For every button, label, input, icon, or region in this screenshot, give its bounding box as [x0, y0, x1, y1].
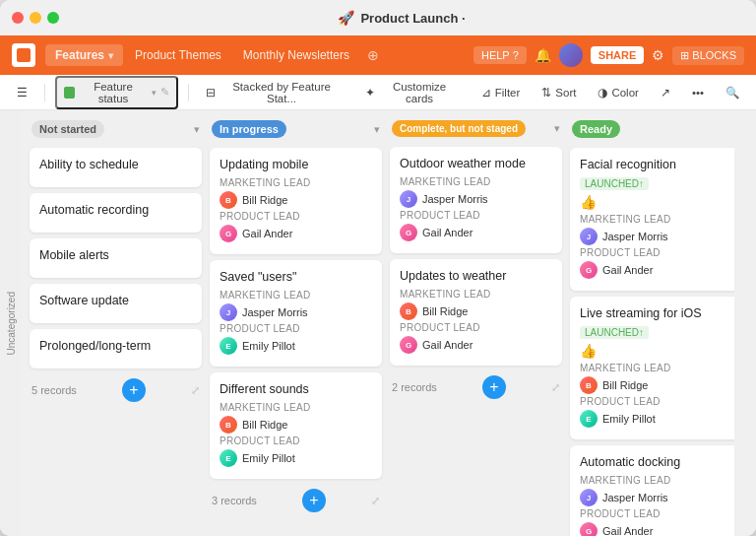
maximize-button[interactable] [47, 12, 59, 24]
card-title-live-streaming: Live streaming for iOS [580, 306, 732, 320]
meta-product-3: PRODUCT LEAD [220, 436, 372, 446]
filter-button[interactable]: ⊿ Filter [474, 83, 528, 102]
add-card-not-started[interactable]: + [122, 378, 146, 402]
stack-icon: ⊟ [206, 86, 216, 100]
meta-product-2: PRODUCT LEAD [220, 323, 372, 334]
card-outdoor-weather[interactable]: Outdoor weather mode MARKETING LEAD J Ja… [390, 147, 562, 253]
card-facial-recognition[interactable]: Facial recognition LAUNCHED↑ 👍 MARKETING… [570, 148, 734, 291]
records-count-in-progress: 3 records [212, 495, 257, 506]
name-jasper-2: Jasper Morris [422, 193, 488, 205]
bell-icon[interactable]: 🔔 [535, 47, 551, 63]
tab-monthly-newsletters[interactable]: Monthly Newsletters [233, 44, 359, 66]
share-view-button[interactable]: ↗ [654, 83, 677, 102]
toolbar: ☰ Feature status ▾ ✎ ⊟ Stacked by Featur… [0, 75, 756, 110]
meta-product-4: PRODUCT LEAD [400, 210, 552, 221]
minimize-button[interactable] [30, 12, 41, 24]
expand-icon-in-progress[interactable]: ⤢ [371, 495, 380, 507]
name-gail-5: Gail Ander [602, 525, 653, 536]
person-gail-2: G Gail Ander [400, 224, 552, 241]
window-title-area: 🚀 Product Launch · [59, 10, 744, 26]
help-button[interactable]: HELP ? [473, 46, 527, 64]
color-button[interactable]: ◑ Color [591, 83, 645, 102]
close-button[interactable] [12, 12, 24, 24]
stacked-button[interactable]: ⊟ Stacked by Feature Stat... [199, 78, 351, 107]
hamburger-button[interactable]: ☰ [10, 83, 34, 102]
meta-marketing-2: MARKETING LEAD [220, 290, 372, 301]
name-jasper-1: Jasper Morris [242, 306, 308, 318]
feature-status-button[interactable]: Feature status ▾ ✎ [55, 76, 178, 109]
card-title-auto-docking: Automatic docking [580, 455, 732, 469]
card-saved-users[interactable]: Saved "users" MARKETING LEAD J Jasper Mo… [210, 260, 382, 367]
avatar-gail-2: G [400, 224, 417, 241]
filter-label: Filter [495, 87, 521, 99]
person-jasper-1: J Jasper Morris [220, 303, 372, 321]
col-chevron-not-started[interactable]: ▾ [194, 123, 200, 136]
tab-features[interactable]: Features ▾ [45, 44, 123, 66]
blocks-label: BLOCKS [692, 49, 736, 61]
card-automatic-recording[interactable]: Automatic recording [30, 193, 202, 233]
color-label: Color [611, 87, 638, 99]
person-bill-2: B Bill Ridge [220, 416, 372, 434]
more-button[interactable]: ••• [685, 84, 711, 101]
card-prolonged[interactable]: Prolonged/long-term [30, 329, 202, 368]
col-footer-complete: 2 records + ⤢ [390, 371, 562, 403]
avatar-gail-1: G [220, 225, 237, 242]
avatar-gail-3: G [400, 336, 417, 354]
stacked-label: Stacked by Feature Stat... [220, 81, 345, 104]
app-header: Features ▾ Product Themes Monthly Newsle… [0, 35, 756, 75]
card-different-sounds[interactable]: Different sounds MARKETING LEAD B Bill R… [210, 372, 382, 479]
avatar-bill-3: B [400, 302, 417, 320]
avatar-gail-5: G [580, 522, 598, 536]
sliders-icon: ✦ [365, 86, 375, 100]
person-emily-3: E Emily Pillot [580, 410, 732, 428]
traffic-lights [12, 12, 59, 24]
card-automatic-docking[interactable]: Automatic docking MARKETING LEAD J Jaspe… [570, 445, 734, 536]
search-button[interactable]: 🔍 [719, 83, 746, 102]
card-updates-to-weather[interactable]: Updates to weather MARKETING LEAD B Bill… [390, 259, 562, 366]
card-live-streaming[interactable]: Live streaming for iOS LAUNCHED↑ 👍 MARKE… [570, 297, 734, 439]
tab-product-themes[interactable]: Product Themes [125, 44, 231, 66]
sort-icon: ⇅ [541, 86, 551, 100]
col-chevron-in-progress[interactable]: ▾ [374, 123, 380, 136]
records-count-complete: 2 records [392, 381, 437, 393]
badge-ready: Ready [572, 120, 620, 138]
add-card-complete[interactable]: + [482, 375, 506, 399]
thumbs-up-facial: 👍 [580, 194, 732, 210]
expand-icon-complete[interactable]: ⤢ [551, 381, 560, 394]
add-card-in-progress[interactable]: + [302, 489, 326, 512]
col-chevron-complete[interactable]: ▾ [554, 122, 560, 135]
customize-button[interactable]: ✦ Customize cards [358, 78, 466, 107]
card-mobile-alerts[interactable]: Mobile alerts [30, 238, 202, 278]
share-button[interactable]: SHARE [591, 46, 645, 64]
card-title-4: Software update [39, 294, 192, 307]
share-view-icon: ↗ [661, 86, 670, 100]
avatar-bill-4: B [580, 376, 598, 394]
right-panel [734, 110, 756, 536]
expand-icon-not-started[interactable]: ⤢ [191, 384, 200, 397]
rocket-icon: 🚀 [338, 10, 354, 26]
card-updating-mobile[interactable]: Updating mobile MARKETING LEAD B Bill Ri… [210, 148, 382, 254]
separator-1 [44, 84, 45, 101]
meta-marketing-6: MARKETING LEAD [580, 214, 732, 225]
window-title: Product Launch · [360, 11, 465, 26]
person-emily-1: E Emily Pillot [220, 337, 372, 355]
avatar-jasper-1: J [220, 303, 237, 321]
avatar-jasper-3: J [580, 228, 598, 245]
search-icon: 🔍 [725, 86, 739, 100]
feature-status-chevron: ▾ [152, 88, 157, 98]
col-footer-in-progress: 3 records + ⤢ [210, 485, 382, 516]
user-avatar[interactable] [559, 43, 583, 67]
avatar-gail-4: G [580, 261, 598, 279]
card-software-update[interactable]: Software update [30, 284, 202, 323]
avatar-emily-3: E [580, 410, 598, 428]
badge-complete: Complete, but not staged [392, 120, 526, 137]
col-header-complete: Complete, but not staged ▾ [390, 120, 562, 141]
card-title-2: Automatic recording [39, 203, 192, 217]
person-bill-3: B Bill Ridge [400, 302, 552, 320]
blocks-button[interactable]: ⊞ BLOCKS [672, 46, 744, 65]
settings-icon[interactable]: ⚙ [652, 47, 664, 63]
person-gail-5: G Gail Ander [580, 522, 732, 536]
card-ability-to-schedule[interactable]: Ability to schedule [30, 148, 202, 187]
sort-button[interactable]: ⇅ Sort [535, 83, 583, 102]
add-tab-button[interactable]: ⊕ [361, 43, 385, 67]
